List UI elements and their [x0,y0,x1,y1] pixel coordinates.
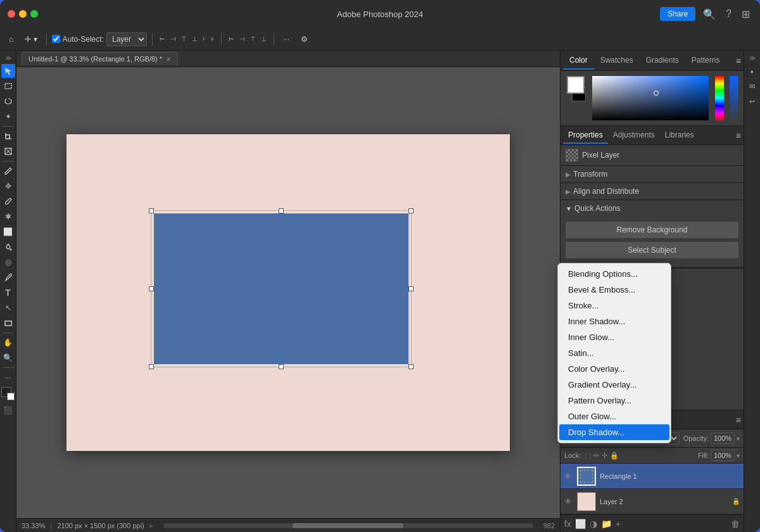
home-btn[interactable]: ⌂ [5,33,17,46]
sel-handle-bl[interactable] [149,364,154,369]
right-sidebar-btn-3[interactable]: ↩ [745,94,759,108]
pen-tool-btn[interactable] [1,270,15,284]
wand-tool-btn[interactable]: ✦ [1,110,15,124]
brush-tool-btn[interactable] [1,194,15,208]
color-panel-menu-btn[interactable]: ≡ [736,56,741,66]
quick-mask-btn[interactable]: ⬛ [1,403,15,417]
blur-tool-btn[interactable]: ◎ [1,255,15,269]
close-button[interactable] [8,10,15,18]
context-pattern-overlay[interactable]: Pattern Overlay... [558,393,671,408]
paint-bucket-btn[interactable] [1,240,15,254]
transform-header[interactable]: ▶ Transform [560,166,744,182]
properties-menu-btn[interactable]: ≡ [736,130,741,141]
eyedropper-btn[interactable] [1,164,15,178]
dist-center-btn[interactable]: ⊣ [238,34,247,44]
fill-input[interactable] [711,450,735,461]
horizontal-scrollbar[interactable] [163,523,533,528]
tab-patterns[interactable]: Patterns [685,52,726,70]
minimize-button[interactable] [19,10,27,18]
left-toolbar-collapse[interactable]: ≫ [4,53,13,63]
color-gradient-field[interactable] [592,76,709,120]
opacity-input[interactable] [711,433,735,444]
layers-menu-btn[interactable]: ≡ [736,415,741,425]
context-gradient-overlay[interactable]: Gradient Overlay... [558,377,671,393]
add-adjustment-btn[interactable]: ◑ [590,519,597,529]
context-drop-shadow[interactable]: Drop Shadow... [559,424,669,440]
layer-eye-rectangle[interactable]: 👁 [564,472,573,481]
sel-handle-tl[interactable] [149,208,154,213]
marquee-tool-btn[interactable] [1,79,15,93]
lock-position-btn[interactable]: ✏ [593,452,599,460]
sel-handle-ml[interactable] [149,286,154,291]
create-layer-btn[interactable]: + [616,519,621,529]
delete-layer-btn[interactable]: 🗑 [731,519,740,529]
panel-toggle-btn[interactable]: ⊞ [739,7,752,22]
tab-properties[interactable]: Properties [563,127,608,144]
context-inner-glow[interactable]: Inner Glow... [558,329,671,345]
settings-gear-btn[interactable]: ⚙ [297,33,312,46]
help-icon-btn[interactable]: ? [723,7,734,21]
align-middle-btn[interactable]: ⊦ [201,34,208,44]
lock-all-btn[interactable]: 🔒 [610,452,619,460]
more-options-btn[interactable]: ··· [279,33,293,46]
clone-tool-btn[interactable]: ✱ [1,210,15,224]
zoom-tool-btn[interactable]: 🔍 [1,351,15,365]
dist-right-btn[interactable]: ⊤ [248,34,258,44]
tab-libraries[interactable]: Libraries [660,127,699,144]
context-color-overlay[interactable]: Color Overlay... [558,361,671,377]
lock-pixels-btn[interactable]: ⬚ [585,452,591,460]
dist-top-btn[interactable]: ⊥ [259,34,269,44]
lock-artboards-btn[interactable]: ✢ [602,452,607,460]
align-left-btn[interactable]: ⊢ [158,34,167,44]
create-group-btn[interactable]: 📁 [601,519,612,529]
opacity-bar[interactable] [730,76,738,120]
remove-background-btn[interactable]: Remove Background [566,222,738,238]
dist-left-btn[interactable]: ⊢ [227,34,236,44]
auto-select-dropdown[interactable]: Layer Group [106,32,147,46]
maximize-button[interactable] [30,10,38,18]
patch-tool-btn[interactable]: ✥ [1,179,15,193]
auto-select-checkbox[interactable] [52,35,60,43]
right-sidebar-collapse[interactable]: ≫ [748,53,757,63]
tab-swatches[interactable]: Swatches [594,52,640,70]
align-header[interactable]: ▶ Align and Distribute [560,183,744,200]
move-tool-btn[interactable]: ✛ ▾ [21,33,41,46]
align-center-h-btn[interactable]: ⊣ [168,34,178,44]
canvas-tab-active[interactable]: Untitled-1 @ 33.3% (Rectangle 1, RGB/8) … [22,52,178,65]
sel-handle-mr[interactable] [408,286,414,291]
align-right-btn[interactable]: ⊤ [179,34,189,44]
context-satin[interactable]: Satin... [558,345,671,361]
canvas-info-btn[interactable]: 982 [543,522,555,529]
context-inner-shadow[interactable]: Inner Shadow... [558,314,671,329]
context-blending-options[interactable]: Blending Options... [558,266,671,282]
layer-item-rectangle[interactable]: 👁 Rectangle 1 [560,464,744,489]
more-tools-btn[interactable]: ··· [1,370,15,384]
share-button[interactable]: Share [660,7,695,21]
right-sidebar-btn-2[interactable]: ✉ [745,79,759,93]
add-fx-btn[interactable]: fx [564,519,571,529]
eraser-tool-btn[interactable]: ⬜ [1,225,15,239]
sel-handle-tc[interactable] [279,208,284,213]
foreground-color[interactable] [1,387,11,397]
tab-gradients[interactable]: Gradients [640,52,685,70]
context-outer-glow[interactable]: Outer Glow... [558,408,671,424]
align-top-btn[interactable]: ⊥ [190,34,200,44]
layer-eye-bg[interactable]: 👁 [564,497,573,506]
tab-adjustments[interactable]: Adjustments [608,127,660,144]
add-mask-btn[interactable]: ⬜ [575,519,586,529]
color-swatches[interactable] [1,387,15,401]
selection-tool-btn[interactable] [1,64,15,78]
hue-bar[interactable] [715,76,724,120]
type-tool-btn[interactable]: T [1,286,15,300]
select-subject-btn[interactable]: Select Subject [566,242,738,258]
crop-tool-btn[interactable] [1,129,15,143]
sel-handle-tr[interactable] [408,208,414,213]
frame-tool-btn[interactable] [1,144,15,158]
background-color[interactable] [7,393,15,400]
canvas-tab-close[interactable]: ✕ [166,56,171,63]
sel-handle-br[interactable] [408,364,414,369]
tab-color[interactable]: Color [563,52,594,70]
sel-handle-bc[interactable] [279,364,284,369]
align-bottom-btn[interactable]: ⊧ [209,34,216,44]
search-icon-btn[interactable]: 🔍 [700,7,718,22]
